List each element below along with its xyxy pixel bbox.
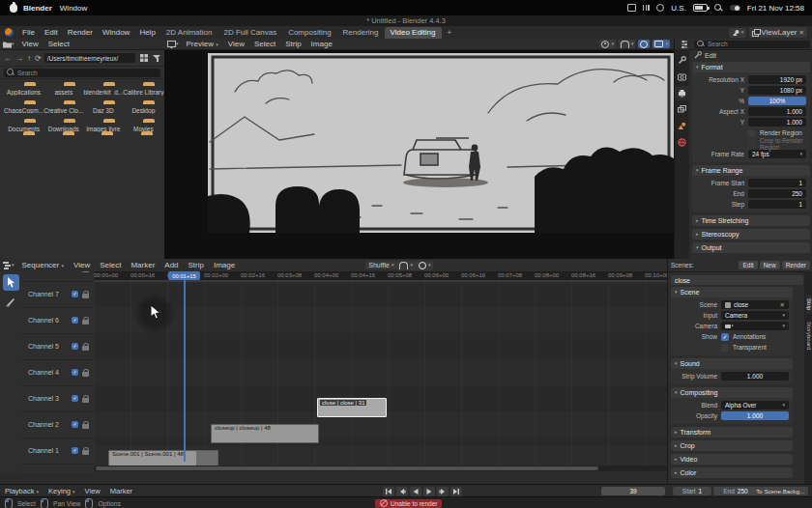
- sequencer-menu-item[interactable]: Select: [95, 259, 126, 271]
- jump-to-end-button[interactable]: [450, 487, 462, 496]
- frame-end-field[interactable]: 250: [748, 189, 806, 198]
- gizmo-toggle-button[interactable]: [638, 40, 650, 48]
- tab-scene[interactable]: [675, 119, 689, 133]
- opacity-slider[interactable]: 1.000: [721, 411, 789, 420]
- strip-name-field[interactable]: close: [671, 275, 803, 285]
- add-workspace-button[interactable]: +: [442, 27, 458, 39]
- workspace-tab-video-editing[interactable]: Video Editing: [385, 27, 442, 39]
- channel-row[interactable]: Channel 6 ✓: [21, 307, 94, 334]
- view-layer-selector[interactable]: ViewLayer ✕: [749, 27, 807, 38]
- scene-action-button[interactable]: Render: [782, 261, 810, 269]
- frame-step-field[interactable]: 1: [748, 200, 806, 209]
- channel-lock-icon[interactable]: [82, 421, 89, 429]
- scene-datablock-field[interactable]: close ✕: [721, 300, 789, 309]
- tab-tool[interactable]: [675, 53, 689, 68]
- folder-item[interactable]: ChaosCosm...: [4, 103, 44, 114]
- stats-status-icon[interactable]: [643, 5, 650, 11]
- preview-menu-item[interactable]: Select: [249, 39, 280, 50]
- current-frame-field[interactable]: 39: [601, 487, 665, 495]
- frame-start-field[interactable]: Start 1: [673, 487, 711, 495]
- scrollbar-thumb[interactable]: [96, 466, 598, 470]
- blender-logo-icon[interactable]: [5, 28, 14, 37]
- aspect-x-field[interactable]: 1.000: [748, 107, 806, 116]
- channel-row[interactable]: Channel 7 ✓: [21, 281, 94, 308]
- output-panel-header[interactable]: ▾ Output: [692, 242, 810, 253]
- topbar-menu-item[interactable]: Window: [98, 26, 134, 39]
- snap-button[interactable]: ▾: [619, 40, 636, 48]
- collapsed-panel-header[interactable]: ▸ Stereoscopy: [692, 229, 810, 240]
- prev-keyframe-button[interactable]: [396, 487, 408, 496]
- channel-row[interactable]: Channel 4 ✓: [21, 359, 94, 386]
- channel-lock-icon[interactable]: [82, 447, 89, 455]
- timeline-scrollbar[interactable]: [94, 466, 667, 471]
- collapsed-panel-header[interactable]: ▸ Time Stretching: [692, 215, 810, 226]
- pivot-point-button[interactable]: ▾: [599, 40, 616, 48]
- sequencer-menu-item[interactable]: Image: [209, 259, 240, 271]
- playhead[interactable]: [184, 271, 186, 462]
- channel-row[interactable]: Channel 1 ✓: [21, 437, 94, 465]
- scene-panel-header[interactable]: ▾ Scene: [671, 287, 793, 297]
- channel-lock-icon[interactable]: [82, 291, 89, 298]
- forward-icon[interactable]: →: [14, 54, 24, 63]
- strip-close-selected[interactable]: close | close | 31: [317, 398, 387, 417]
- blend-mode-dropdown[interactable]: Alpha Over ▾: [721, 401, 789, 409]
- file-browser-menu-item[interactable]: View: [17, 39, 44, 50]
- next-keyframe-button[interactable]: [437, 487, 449, 496]
- tab-view-layer[interactable]: [675, 102, 689, 117]
- aspect-y-field[interactable]: 1.000: [748, 118, 806, 127]
- annotations-checkbox[interactable]: ✓: [721, 333, 729, 341]
- play-reverse-button[interactable]: [410, 487, 421, 496]
- frame-start-field[interactable]: 1: [748, 179, 806, 187]
- tab-world[interactable]: [675, 135, 689, 150]
- preview-menu-item[interactable]: View: [223, 39, 249, 50]
- filter-icon[interactable]: [153, 54, 161, 63]
- blade-tool-button[interactable]: [3, 294, 19, 310]
- collapsed-panel-header[interactable]: ▸ Video: [671, 454, 793, 465]
- timeline-area[interactable]: 00:00+0000:00+1600:01+0800:02+0000:02+16…: [94, 271, 667, 473]
- sequencer-menu-item[interactable]: Strip: [184, 259, 209, 271]
- channel-row[interactable]: Channel 3 ✓: [21, 385, 94, 412]
- folder-item[interactable]: assets: [44, 85, 83, 96]
- app-menu[interactable]: Blender: [23, 4, 52, 13]
- folder-item[interactable]: Desktop: [123, 103, 163, 114]
- preview-menu-item[interactable]: Image: [306, 39, 337, 50]
- channel-row[interactable]: Channel 5 ✓: [21, 333, 94, 360]
- display-mode-dropdown[interactable]: Preview ▾: [182, 39, 223, 50]
- folder-item[interactable]: blenderkit_d...: [83, 85, 123, 96]
- topbar-menu-item[interactable]: Render: [63, 26, 98, 39]
- tab-output[interactable]: [675, 86, 689, 100]
- refresh-icon[interactable]: ⟳: [34, 54, 43, 63]
- input-source-label[interactable]: U.S.: [671, 4, 686, 13]
- channel-lock-icon[interactable]: [82, 271, 89, 272]
- collapsed-panel-header[interactable]: ▸ Transform: [671, 427, 793, 437]
- up-icon[interactable]: ↑: [26, 54, 32, 63]
- frame-end-field[interactable]: End 250: [713, 487, 758, 495]
- sound-panel-header[interactable]: ▾ Sound: [671, 358, 793, 369]
- sequencer-display-dropdown[interactable]: Sequencer ▾: [17, 259, 69, 271]
- to-scene-button[interactable]: To Scene.Backg...: [752, 487, 808, 495]
- channel-visibility-checkbox[interactable]: ✓: [72, 317, 78, 324]
- properties-search-input[interactable]: Search: [694, 41, 810, 48]
- timeline-tracks[interactable]: [94, 282, 667, 473]
- playhead-frame-label[interactable]: 00:01+15: [168, 271, 200, 280]
- back-icon[interactable]: ←: [3, 54, 13, 63]
- select-tool-button[interactable]: [3, 274, 19, 291]
- topbar-menu-item[interactable]: Edit: [40, 26, 63, 39]
- collapsed-panel-header[interactable]: ▸ Crop: [671, 440, 793, 451]
- channel-lock-icon[interactable]: [82, 317, 89, 325]
- control-center-icon[interactable]: [730, 5, 740, 11]
- overlap-mode-dropdown[interactable]: Shuffle ▾: [365, 261, 396, 269]
- workspace-tab-2d-animation[interactable]: 2D Animation: [160, 27, 218, 39]
- folder-item[interactable]: Calibre Library: [123, 85, 163, 96]
- render-error-badge[interactable]: Unable to render: [375, 499, 442, 508]
- frame-rate-dropdown[interactable]: 24 fps▾: [748, 150, 806, 158]
- sequencer-menu-item[interactable]: Add: [160, 259, 183, 271]
- file-browser-menu-item[interactable]: Select: [44, 39, 74, 50]
- menubar-window-menu[interactable]: Window: [60, 4, 87, 13]
- transparent-checkbox[interactable]: ✓: [721, 344, 729, 352]
- record-status-icon[interactable]: [656, 4, 664, 12]
- folder-item[interactable]: Creative Clo...: [44, 103, 83, 114]
- editor-type-icon[interactable]: ▾: [0, 41, 17, 48]
- sequencer-menu-item[interactable]: Marker: [126, 259, 160, 271]
- battery-icon[interactable]: [693, 4, 708, 12]
